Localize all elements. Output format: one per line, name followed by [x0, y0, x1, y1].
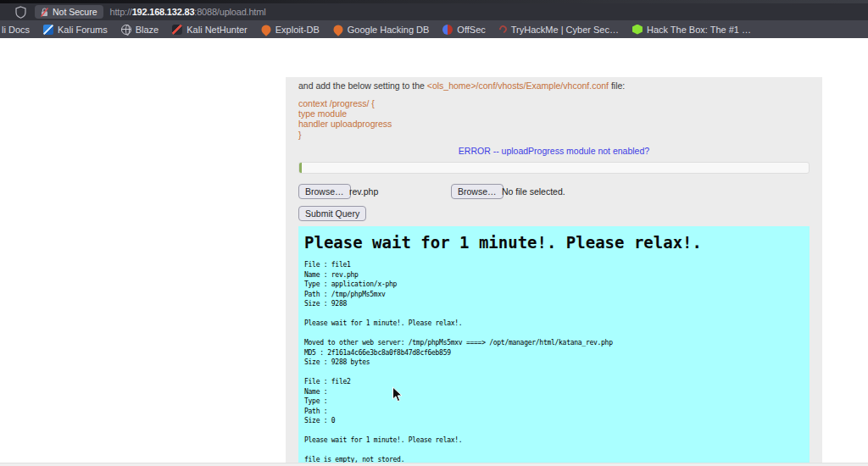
insecure-lock-icon — [41, 8, 48, 17]
page-viewport: and add the below setting to the <ols_ho… — [0, 38, 868, 466]
url-path: :8088/upload.html — [194, 7, 265, 17]
kali-forums-icon — [43, 25, 53, 35]
bookmark-kali-forums[interactable]: Kali Forums — [43, 25, 108, 35]
result-heading: Please wait for 1 minute!. Please relax!… — [304, 233, 810, 252]
progress-fill — [299, 163, 302, 173]
intro-suffix: file: — [609, 80, 625, 91]
bookmark-kali-docs[interactable]: li Docs — [2, 25, 30, 35]
url-scheme: http:// — [110, 7, 132, 17]
upload-progress-bar — [298, 162, 810, 174]
exploit-db-icon — [259, 23, 273, 36]
bookmark-exploit-db[interactable]: Exploit-DB — [261, 25, 320, 35]
bookmark-label: Blaze — [136, 25, 159, 35]
file1-name: rev.php — [349, 186, 378, 197]
tracking-protection-shield-icon[interactable] — [15, 6, 26, 19]
offsec-icon — [442, 25, 453, 35]
hack-the-box-icon — [632, 25, 643, 35]
bookmark-label: OffSec — [457, 25, 485, 35]
mouse-cursor — [392, 386, 403, 403]
bookmark-tryhackme[interactable]: TryHackMe | Cyber Sec… — [499, 25, 619, 35]
url-toolbar: Not Secure http://192.168.132.83:8088/up… — [0, 3, 868, 20]
bookmark-label: li Docs — [2, 25, 30, 35]
error-message: ERROR -- uploadProgress module not enabl… — [286, 146, 822, 156]
tryhackme-icon — [498, 24, 509, 35]
submit-query-button[interactable]: Submit Query — [298, 206, 366, 221]
bookmark-label: Google Hacking DB — [348, 25, 430, 35]
bookmark-kali-nethunter[interactable]: Kali NetHunter — [172, 25, 248, 35]
bookmark-google-hacking-db[interactable]: Google Hacking DB — [333, 25, 430, 35]
upload-result-panel: Please wait for 1 minute!. Please relax!… — [298, 226, 810, 466]
not-secure-badge[interactable]: Not Secure — [35, 5, 103, 19]
bookmark-label: Exploit-DB — [275, 25, 320, 35]
bookmark-hack-the-box[interactable]: Hack The Box: The #1 … — [632, 25, 751, 35]
browse-file1-button[interactable]: Browse… — [298, 184, 351, 199]
bookmark-label: Kali Forums — [58, 25, 108, 35]
url-field[interactable]: http://192.168.132.83:8088/upload.html — [110, 7, 266, 17]
globe-icon — [121, 25, 131, 35]
vhconf-path-text: <ols_home>/conf/vhosts/Example/vhconf.co… — [427, 80, 609, 91]
intro-prefix: and add the below setting to the — [298, 80, 427, 91]
config-snippet: context /progress/ { type module handler… — [298, 98, 392, 140]
bookmark-label: Hack The Box: The #1 … — [647, 25, 751, 35]
bookmark-label: TryHackMe | Cyber Sec… — [511, 25, 619, 35]
bookmark-offsec[interactable]: OffSec — [442, 25, 485, 35]
browse-file2-button[interactable]: Browse… — [451, 184, 504, 199]
bottom-separator — [0, 463, 868, 466]
bookmark-label: Kali NetHunter — [186, 25, 248, 35]
upload-page-content: and add the below setting to the <ols_ho… — [286, 77, 822, 466]
submit-row: Submit Query — [298, 205, 366, 221]
kali-nethunter-icon — [172, 25, 182, 35]
not-secure-label: Not Secure — [53, 7, 97, 17]
file-inputs-row: Browse… rev.php Browse… No file selected… — [298, 184, 810, 200]
bookmarks-bar: li Docs Kali Forums Blaze Kali NetHunter… — [0, 20, 868, 38]
google-hacking-db-icon — [331, 23, 345, 36]
file2-status: No file selected. — [502, 186, 565, 197]
intro-text: and add the below setting to the <ols_ho… — [298, 80, 625, 91]
bookmark-blaze[interactable]: Blaze — [121, 25, 159, 35]
result-details: File : file1 Name : rev.php Type : appli… — [304, 260, 810, 465]
url-host: 192.168.132.83 — [132, 7, 195, 17]
